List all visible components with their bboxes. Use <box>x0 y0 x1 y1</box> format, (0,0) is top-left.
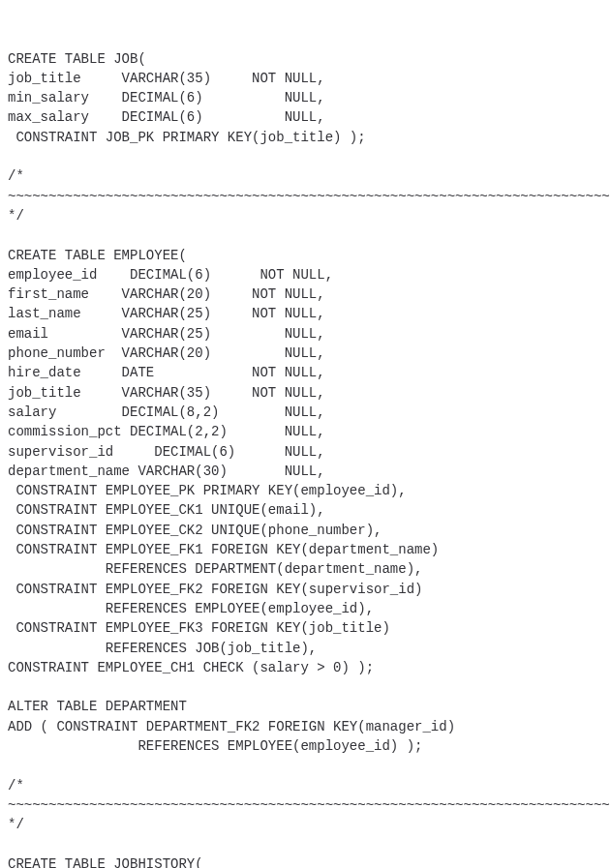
code-line: first_name VARCHAR(20) NOT NULL, <box>8 284 603 304</box>
code-line: job_title VARCHAR(35) NOT NULL, <box>8 69 603 88</box>
code-line: CONSTRAINT EMPLOYEE_CK2 UNIQUE(phone_num… <box>8 521 603 540</box>
code-line: CREATE TABLE JOB( <box>8 49 603 69</box>
code-line: CONSTRAINT JOB_PK PRIMARY KEY(job_title)… <box>8 128 603 147</box>
code-line: CREATE TABLE JOBHISTORY( <box>8 854 603 868</box>
code-line: /* <box>8 166 603 186</box>
code-line: commission_pct DECIMAL(2,2) NULL, <box>8 422 603 441</box>
code-line <box>8 147 603 166</box>
code-line: last_name VARCHAR(25) NOT NULL, <box>8 304 603 323</box>
code-line: CREATE TABLE EMPLOYEE( <box>8 246 603 265</box>
code-line: ALTER TABLE DEPARTMENT <box>8 697 603 716</box>
code-line: CONSTRAINT EMPLOYEE_FK2 FOREIGN KEY(supe… <box>8 580 603 599</box>
code-line: REFERENCES EMPLOYEE(employee_id) ); <box>8 736 603 756</box>
code-line: REFERENCES EMPLOYEE(employee_id), <box>8 599 603 618</box>
code-line: job_title VARCHAR(35) NOT NULL, <box>8 383 603 403</box>
code-line: CONSTRAINT EMPLOYEE_FK3 FOREIGN KEY(job_… <box>8 618 603 638</box>
code-line: CONSTRAINT EMPLOYEE_CH1 CHECK (salary > … <box>8 658 603 677</box>
code-line: salary DECIMAL(8,2) NULL, <box>8 403 603 422</box>
code-line <box>8 834 603 853</box>
code-line: ~~~~~~~~~~~~~~~~~~~~~~~~~~~~~~~~~~~~~~~~… <box>8 187 603 206</box>
sql-code-block: CREATE TABLE JOB(job_title VARCHAR(35) N… <box>8 49 603 868</box>
code-line: REFERENCES DEPARTMENT(department_name), <box>8 559 603 579</box>
code-line <box>8 677 603 697</box>
code-line: REFERENCES JOB(job_title), <box>8 639 603 658</box>
code-line: phone_number VARCHAR(20) NULL, <box>8 344 603 363</box>
code-line: employee_id DECIMAL(6) NOT NULL, <box>8 265 603 284</box>
code-line <box>8 225 603 245</box>
code-line <box>8 756 603 775</box>
code-line: supervisor_id DECIMAL(6) NULL, <box>8 442 603 462</box>
code-line: hire_date DATE NOT NULL, <box>8 363 603 382</box>
code-line: CONSTRAINT EMPLOYEE_PK PRIMARY KEY(emplo… <box>8 481 603 500</box>
code-line: email VARCHAR(25) NULL, <box>8 324 603 344</box>
code-line: CONSTRAINT EMPLOYEE_CK1 UNIQUE(email), <box>8 500 603 520</box>
code-line: max_salary DECIMAL(6) NULL, <box>8 107 603 127</box>
code-line: min_salary DECIMAL(6) NULL, <box>8 88 603 107</box>
code-line: CONSTRAINT EMPLOYEE_FK1 FOREIGN KEY(depa… <box>8 540 603 559</box>
code-line: */ <box>8 206 603 225</box>
code-line: ADD ( CONSTRAINT DEPARTMENT_FK2 FOREIGN … <box>8 717 603 736</box>
code-line: department_name VARCHAR(30) NULL, <box>8 462 603 481</box>
code-line: ~~~~~~~~~~~~~~~~~~~~~~~~~~~~~~~~~~~~~~~~… <box>8 795 603 815</box>
code-line: /* <box>8 776 603 795</box>
code-line: */ <box>8 815 603 834</box>
